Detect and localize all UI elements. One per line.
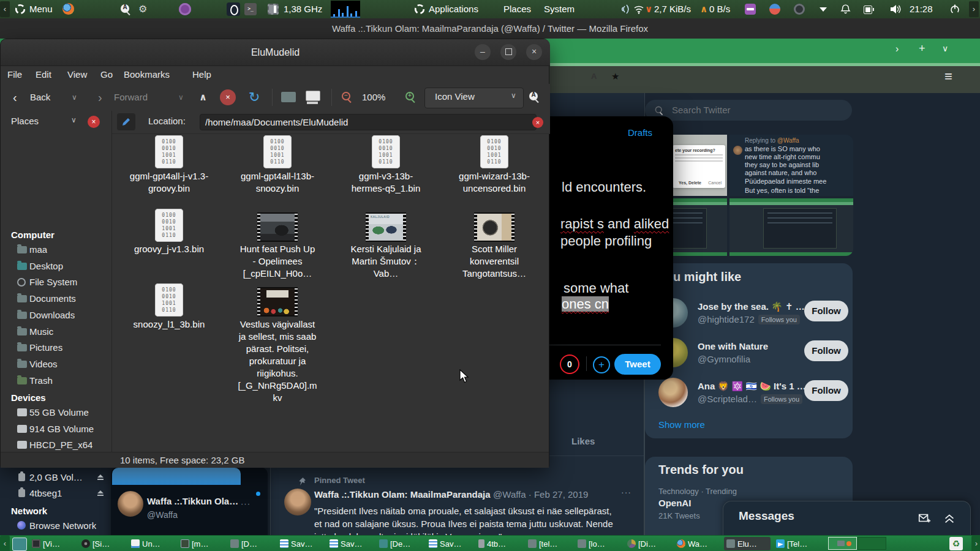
task-tel-folder[interactable]: [tel…: [526, 537, 572, 550]
network-waves-icon[interactable]: [620, 4, 632, 15]
file-label[interactable]: Scott Miller konverentsil Tangotantsus…: [454, 243, 534, 280]
task-disk-usage[interactable]: [Di…: [625, 537, 671, 550]
fm-maximize-button[interactable]: [500, 44, 516, 60]
net-download-speed[interactable]: 2,7 KiB/s: [654, 0, 691, 18]
battery-icon[interactable]: [864, 6, 872, 14]
menu-view[interactable]: View: [67, 66, 87, 84]
user-name[interactable]: One with Nature: [698, 341, 768, 351]
file-icon-bin[interactable]: 0100001010010110: [372, 135, 400, 168]
bookmark-star-icon[interactable]: ★: [611, 71, 619, 82]
sidebar-item-trash[interactable]: Trash: [1, 373, 111, 388]
zoom-out-icon[interactable]: −: [341, 91, 352, 102]
sidebar-item-desktop[interactable]: Desktop: [1, 259, 111, 274]
task-firefox-waffa[interactable]: Wa…: [674, 537, 721, 550]
power-icon[interactable]: [949, 4, 960, 15]
firefox-launcher-icon[interactable]: [62, 3, 74, 15]
file-icon-bin[interactable]: 0100001010010110: [155, 209, 183, 242]
forward-arrow-icon[interactable]: ›: [98, 84, 102, 111]
taskbar-right-arrow-icon[interactable]: ›: [971, 536, 980, 551]
tab-overflow-icon[interactable]: ›: [895, 43, 899, 54]
back-dropdown-icon[interactable]: ∨: [72, 84, 77, 111]
opera-icon[interactable]: [227, 2, 240, 16]
profile-card-more-icon[interactable]: ···: [241, 499, 251, 508]
view-mode-dropdown[interactable]: Icon View ∨: [424, 88, 524, 108]
back-arrow-icon[interactable]: ‹: [13, 84, 17, 111]
location-input[interactable]: [200, 114, 537, 130]
file-icon-bin[interactable]: 0100001010010110: [263, 135, 292, 168]
follow-button[interactable]: Follow: [804, 380, 848, 401]
drafts-link[interactable]: Drafts: [628, 127, 652, 138]
tray-lens-icon[interactable]: [794, 4, 805, 15]
notifications-bell-icon[interactable]: [840, 4, 851, 15]
search-button[interactable]: A: [529, 91, 540, 102]
task-terminal[interactable]: [m…: [178, 537, 225, 550]
sidebar-item-hbcd[interactable]: HBCD_PE_x64: [1, 438, 111, 452]
task-elumudelid[interactable]: Elu…: [724, 537, 771, 550]
add-thread-button[interactable]: +: [593, 356, 610, 373]
stop-button[interactable]: ×: [220, 89, 236, 105]
computer-icon[interactable]: [306, 91, 320, 101]
file-label[interactable]: Hunt feat Push Up - Opelimees [_cpEILN_H…: [238, 243, 317, 280]
file-icon-bin[interactable]: 0100001010010110: [155, 135, 183, 168]
terminal-icon[interactable]: >_: [244, 3, 257, 15]
user-name[interactable]: Ana 🦁 🔯 🇮🇱 🍉 It's 1 …: [698, 381, 806, 392]
menu-go[interactable]: Go: [100, 66, 113, 84]
task-spreadsheet-1[interactable]: Sav…: [277, 537, 324, 550]
show-desktop-button[interactable]: [12, 538, 27, 551]
back-button[interactable]: Back: [30, 84, 50, 111]
file-icon-video[interactable]: [474, 212, 514, 242]
new-tab-button[interactable]: +: [919, 42, 925, 55]
file-label[interactable]: ggml-gpt4all-j-v1.3-groovy.bin: [129, 170, 209, 195]
task-video-player[interactable]: [Vi…: [29, 537, 76, 550]
trend-topic[interactable]: OpenAI: [658, 498, 691, 508]
compose-text-selected[interactable]: ones cn: [562, 296, 609, 312]
file-label[interactable]: ggml-v3-13b-hermes-q5_1.bin: [346, 170, 426, 195]
sidebar-item-2gb[interactable]: 2,0 GB Vol…: [1, 470, 111, 485]
sidebar-item-downloads[interactable]: Downloads: [1, 308, 111, 323]
up-button[interactable]: ∧: [199, 84, 207, 111]
forward-dropdown-icon[interactable]: ∨: [178, 84, 184, 111]
compose-text-line[interactable]: some what: [564, 280, 628, 296]
sidebar-item-documents[interactable]: Documents: [1, 291, 111, 306]
file-icon-video[interactable]: KALJULAID: [366, 212, 406, 242]
places-selector[interactable]: Places: [11, 116, 39, 126]
forward-button[interactable]: Forward: [114, 84, 148, 111]
sidebar-item-914gb[interactable]: 914 GB Volume: [1, 422, 111, 437]
translate-icon[interactable]: A: [591, 72, 597, 81]
task-spreadsheet-2[interactable]: Sav…: [327, 537, 374, 550]
file-label[interactable]: Kersti Kaljulaid ja Martin Šmutov： Vab…: [346, 243, 426, 280]
search-bar[interactable]: Search Twitter: [645, 100, 852, 121]
taskbar-left-arrow-icon[interactable]: ‹: [0, 536, 10, 551]
settings-gears-icon[interactable]: ⚙: [138, 0, 147, 18]
menu-edit[interactable]: Edit: [36, 66, 51, 84]
task-usb-volume[interactable]: 4tb…: [476, 537, 522, 550]
tray-media-icon[interactable]: [745, 4, 756, 15]
pinned-tweet-avatar[interactable]: [284, 489, 311, 515]
avatar[interactable]: [658, 378, 688, 407]
follow-button[interactable]: Follow: [804, 340, 848, 361]
file-icon-video[interactable]: [257, 287, 298, 317]
clear-location-icon[interactable]: ×: [532, 117, 543, 128]
file-icon-bin[interactable]: 0100001010010110: [155, 283, 183, 317]
fm-titlebar[interactable]: EluMudelid: [1, 39, 550, 66]
file-label[interactable]: groovy_j-v1.3.bin: [129, 243, 209, 255]
tab-likes[interactable]: Likes: [571, 436, 595, 446]
home-folder-icon[interactable]: [281, 92, 296, 102]
workspace-2[interactable]: [858, 537, 886, 550]
file-label[interactable]: snoozy_l1_3b.bin: [129, 318, 209, 331]
sidebar-item-browse-network[interactable]: Browse Network: [1, 519, 111, 533]
menu-help[interactable]: Help: [192, 66, 211, 84]
eject-icon[interactable]: [97, 490, 104, 493]
reload-button[interactable]: ↻: [249, 84, 260, 111]
file-icon-bin[interactable]: 0100001010010110: [480, 135, 508, 168]
task-downloads-folder[interactable]: [D…: [228, 537, 274, 550]
file-icon-video[interactable]: [257, 212, 298, 242]
edit-location-button[interactable]: [117, 113, 135, 130]
tweet-image-reply[interactable]: Replying to @Waffa as there is SO many w…: [729, 135, 853, 196]
wifi-icon[interactable]: [633, 4, 644, 14]
compose-text-line[interactable]: rapist s and aliked: [560, 216, 669, 232]
pinned-tweet-meta[interactable]: @Waffa · Feb 27, 2019: [493, 489, 588, 500]
close-sidebar-icon[interactable]: ×: [88, 116, 100, 128]
follow-button[interactable]: Follow: [804, 301, 848, 321]
zoom-in-icon[interactable]: +: [405, 91, 416, 102]
